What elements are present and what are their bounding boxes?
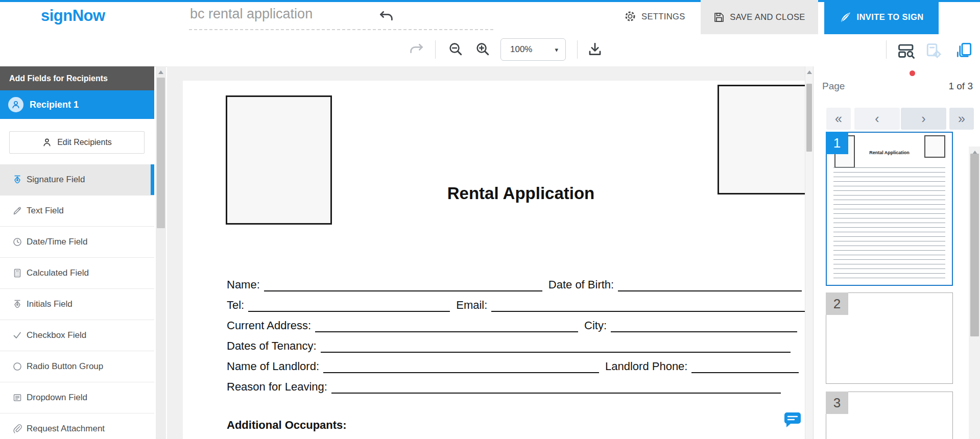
- sidebar-item-label: Text Field: [27, 206, 64, 216]
- zoom-in-button[interactable]: [475, 42, 490, 57]
- pages-panel: Page 1 of 3 « ‹ › » 1 Rental Application…: [813, 66, 980, 439]
- sidebar-item-request-attachment[interactable]: Request Attachment: [0, 413, 154, 439]
- blank-line: [491, 297, 805, 312]
- scrollbar-thumb[interactable]: [806, 84, 812, 152]
- chevron-down-icon: ▾: [555, 46, 558, 54]
- editor-toolbar: 100% ▾: [0, 33, 980, 67]
- undo-button[interactable]: [379, 10, 394, 24]
- document-settings-button[interactable]: [925, 43, 942, 58]
- pencil-icon: [12, 206, 22, 216]
- scroll-up-arrow-icon: [807, 70, 812, 74]
- blank-line: [611, 317, 797, 332]
- document-box-top-right: [718, 85, 805, 194]
- first-page-button[interactable]: «: [826, 108, 851, 130]
- document-scrollbar[interactable]: [805, 66, 813, 439]
- field-label: Dates of Tenancy:: [227, 339, 321, 353]
- field-label: City:: [584, 319, 611, 332]
- thumbnail-form-lines: [833, 167, 945, 279]
- sidebar-item-label: Radio Button Group: [27, 361, 103, 372]
- last-page-button[interactable]: »: [949, 108, 974, 130]
- page-thumbnail-3[interactable]: 3: [826, 392, 953, 439]
- document-page[interactable]: Rental Application Name:Date of Birth:Te…: [183, 81, 805, 439]
- download-button[interactable]: [587, 41, 603, 57]
- document-title-underline: [189, 27, 493, 30]
- zoom-out-button[interactable]: [448, 42, 463, 57]
- workspace: Add Fields for Recipients Recipient 1 Ed…: [0, 66, 980, 439]
- blank-line: [331, 378, 781, 394]
- dropdown-list-icon: [12, 393, 22, 403]
- app-logo[interactable]: signNow: [41, 7, 105, 25]
- sidebar-item-initials-field[interactable]: Initials Field: [0, 289, 154, 320]
- save-icon: [713, 12, 725, 23]
- invite-to-sign-button[interactable]: INVITE TO SIGN: [824, 0, 939, 34]
- paperclip-icon: [12, 424, 22, 434]
- form-line: Reason for Leaving:: [227, 373, 805, 394]
- blank-line: [315, 317, 578, 332]
- form-line: Name of Landlord:Landlord Phone:: [227, 353, 805, 373]
- gear-icon: [624, 10, 636, 22]
- fields-sidebar: Add Fields for Recipients Recipient 1 Ed…: [0, 66, 154, 439]
- save-and-close-button[interactable]: SAVE AND CLOSE: [701, 0, 818, 34]
- calculator-icon: [12, 268, 22, 278]
- initials-pen-icon: [12, 299, 22, 309]
- notification-dot: [910, 70, 915, 76]
- sidebar-item-label: Checkbox Field: [27, 330, 86, 340]
- field-label: Date of Birth:: [548, 278, 618, 291]
- signnow-editor: signNow bc rental application SETTINGS S…: [0, 0, 980, 439]
- sidebar-item-label: Dropdown Field: [27, 393, 87, 403]
- recipient-name: Recipient 1: [30, 100, 79, 110]
- blank-line: [323, 358, 599, 373]
- form-line: Name:Date of Birth:: [227, 271, 805, 291]
- recipient-avatar: [8, 97, 23, 112]
- chat-help-button[interactable]: [782, 411, 803, 430]
- sidebar-item-signature-field[interactable]: Signature Field: [0, 164, 154, 196]
- sidebar-scrollbar[interactable]: [156, 66, 166, 439]
- settings-label: SETTINGS: [641, 12, 685, 21]
- sidebar-item-date-time-field[interactable]: Date/Time Field: [0, 227, 154, 258]
- sidebar-item-label: Request Attachment: [27, 424, 105, 434]
- sidebar-item-dropdown-field[interactable]: Dropdown Field: [0, 382, 154, 413]
- redo-button[interactable]: [409, 42, 424, 57]
- page-thumbnail-1[interactable]: 1 Rental Application: [826, 132, 953, 286]
- edit-recipients-button[interactable]: Edit Recipients: [9, 131, 145, 154]
- field-label: Name:: [227, 278, 264, 291]
- duplicate-pages-button[interactable]: [956, 42, 972, 58]
- page-label: Page: [822, 81, 845, 92]
- sidebar-item-text-field[interactable]: Text Field: [0, 196, 154, 227]
- zoom-level-dropdown[interactable]: 100% ▾: [500, 38, 566, 61]
- sidebar-item-radio-button-group[interactable]: Radio Button Group: [0, 351, 154, 382]
- app-header: signNow bc rental application SETTINGS S…: [0, 0, 980, 33]
- scrollbar-thumb[interactable]: [970, 154, 979, 336]
- previous-page-button[interactable]: ‹: [854, 108, 900, 130]
- field-label: Name of Landlord:: [227, 360, 323, 373]
- signature-pen-icon: [12, 175, 22, 185]
- field-label: Tel:: [227, 299, 248, 312]
- sidebar-item-label: Calculated Field: [27, 268, 89, 278]
- toolbar-separator: [435, 40, 436, 59]
- form-line: Tel:Email:: [227, 291, 805, 312]
- blank-line: [264, 276, 542, 291]
- scroll-up-arrow-icon: [158, 70, 163, 74]
- sidebar-item-calculated-field[interactable]: Calculated Field: [0, 258, 154, 289]
- scrollbar-thumb[interactable]: [157, 78, 165, 228]
- field-label: Current Address:: [227, 319, 315, 332]
- thumbnails-scrollbar[interactable]: [969, 147, 980, 439]
- sidebar-item-label: Initials Field: [27, 299, 73, 309]
- sidebar-item-checkbox-field[interactable]: Checkbox Field: [0, 320, 154, 351]
- page-indicator: 1 of 3: [948, 81, 973, 92]
- organize-fields-button[interactable]: [898, 43, 915, 59]
- radio-circle-icon: [12, 361, 22, 372]
- document-box-top-left: [226, 95, 332, 225]
- field-label: Landlord Phone:: [605, 360, 691, 373]
- form-line: Current Address:City:: [227, 312, 805, 332]
- clock-icon: [12, 237, 22, 247]
- zoom-level-value: 100%: [510, 44, 532, 55]
- settings-button[interactable]: SETTINGS: [619, 0, 690, 33]
- recipient-selector[interactable]: Recipient 1: [0, 90, 154, 119]
- page-number-badge: 1: [826, 132, 848, 154]
- sidebar-field-list: Signature FieldText FieldDate/Time Field…: [0, 164, 154, 439]
- document-title-input[interactable]: bc rental application: [190, 6, 313, 22]
- next-page-button[interactable]: ›: [901, 108, 946, 130]
- page-thumbnail-2[interactable]: 2: [826, 292, 953, 384]
- save-and-close-label: SAVE AND CLOSE: [730, 12, 805, 22]
